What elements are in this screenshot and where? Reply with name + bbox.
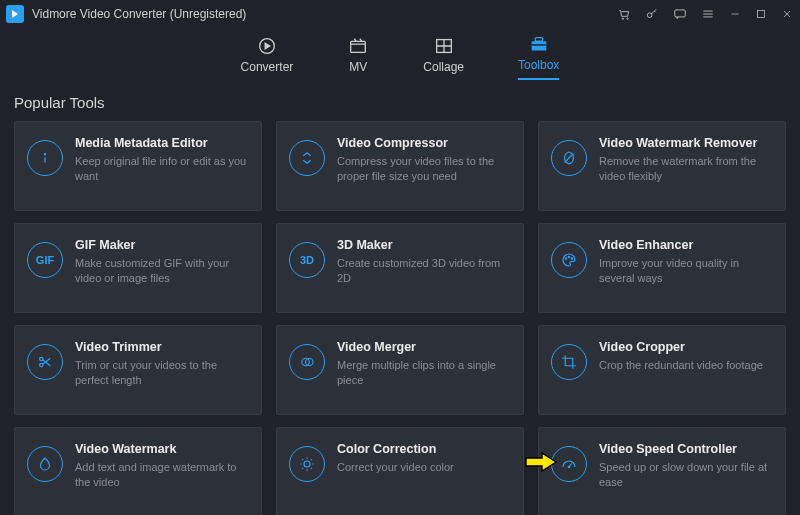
tool-title: Media Metadata Editor <box>75 136 249 150</box>
tab-converter[interactable]: Converter <box>241 35 294 80</box>
titlebar: Vidmore Video Converter (Unregistered) <box>0 0 800 28</box>
tool-desc: Improve your video quality in several wa… <box>599 256 773 286</box>
tab-label: Toolbox <box>518 58 559 72</box>
menu-icon[interactable] <box>700 6 716 22</box>
crop-icon <box>551 344 587 380</box>
gauge-icon <box>551 446 587 482</box>
tab-toolbox[interactable]: Toolbox <box>518 33 559 80</box>
tool-title: GIF Maker <box>75 238 249 252</box>
tool-title: Video Cropper <box>599 340 773 354</box>
tool-title: Color Correction <box>337 442 511 456</box>
gif-icon: GIF <box>27 242 63 278</box>
tool-title: Video Trimmer <box>75 340 249 354</box>
svg-rect-8 <box>531 41 546 50</box>
collage-icon <box>433 35 455 57</box>
tool-color-correction[interactable]: Color Correction Correct your video colo… <box>276 427 524 515</box>
title-controls <box>616 6 794 22</box>
tool-desc: Make customized GIF with your video or i… <box>75 256 249 286</box>
close-button[interactable] <box>780 7 794 21</box>
tab-collage[interactable]: Collage <box>423 35 464 80</box>
tool-video-compressor[interactable]: Video Compressor Compress your video fil… <box>276 121 524 211</box>
tool-title: Video Watermark Remover <box>599 136 773 150</box>
maximize-button[interactable] <box>754 7 768 21</box>
svg-point-1 <box>627 18 628 19</box>
tool-desc: Trim or cut your videos to the perfect l… <box>75 358 249 388</box>
svg-rect-6 <box>351 41 366 52</box>
svg-point-18 <box>304 461 310 467</box>
tool-desc: Correct your video color <box>337 460 511 475</box>
tab-label: Converter <box>241 60 294 74</box>
tool-video-watermark-remover[interactable]: Video Watermark Remover Remove the water… <box>538 121 786 211</box>
svg-rect-4 <box>758 11 765 18</box>
palette-icon <box>551 242 587 278</box>
svg-point-11 <box>565 258 567 260</box>
tool-video-speed-controller[interactable]: Video Speed Controller Speed up or slow … <box>538 427 786 515</box>
tool-title: Video Enhancer <box>599 238 773 252</box>
svg-point-19 <box>568 466 570 468</box>
tool-desc: Keep original file info or edit as you w… <box>75 154 249 184</box>
svg-point-0 <box>622 18 623 19</box>
tool-desc: Remove the watermark from the video flex… <box>599 154 773 184</box>
tool-media-metadata-editor[interactable]: Media Metadata Editor Keep original file… <box>14 121 262 211</box>
tool-title: Video Compressor <box>337 136 511 150</box>
tool-video-enhancer[interactable]: Video Enhancer Improve your video qualit… <box>538 223 786 313</box>
tool-title: Video Merger <box>337 340 511 354</box>
tab-mv[interactable]: MV <box>347 35 369 80</box>
info-icon <box>27 140 63 176</box>
tool-desc: Crop the redundant video footage <box>599 358 773 373</box>
tool-3d-maker[interactable]: 3D 3D Maker Create customized 3D video f… <box>276 223 524 313</box>
scissors-icon <box>27 344 63 380</box>
tool-title: Video Speed Controller <box>599 442 773 456</box>
app-logo <box>6 5 24 23</box>
tab-label: MV <box>349 60 367 74</box>
svg-point-13 <box>571 258 573 260</box>
tool-video-cropper[interactable]: Video Cropper Crop the redundant video f… <box>538 325 786 415</box>
svg-point-12 <box>568 256 570 258</box>
tool-title: Video Watermark <box>75 442 249 456</box>
tool-video-watermark[interactable]: Video Watermark Add text and image water… <box>14 427 262 515</box>
svg-point-10 <box>44 154 45 155</box>
mv-icon <box>347 35 369 57</box>
app-title: Vidmore Video Converter (Unregistered) <box>32 7 246 21</box>
sun-icon <box>289 446 325 482</box>
merge-icon <box>289 344 325 380</box>
three-d-icon: 3D <box>289 242 325 278</box>
watermark-remove-icon <box>551 140 587 176</box>
tools-grid: Media Metadata Editor Keep original file… <box>0 121 800 515</box>
feedback-icon[interactable] <box>672 6 688 22</box>
main-tabs: Converter MV Collage Toolbox <box>0 28 800 84</box>
svg-point-2 <box>647 13 652 18</box>
droplet-icon <box>27 446 63 482</box>
tool-desc: Compress your video files to the proper … <box>337 154 511 184</box>
svg-rect-9 <box>535 38 542 42</box>
tool-desc: Add text and image watermark to the vide… <box>75 460 249 490</box>
section-heading: Popular Tools <box>14 94 786 111</box>
tool-gif-maker[interactable]: GIF GIF Maker Make customized GIF with y… <box>14 223 262 313</box>
toolbox-icon <box>528 33 550 55</box>
tool-desc: Create customized 3D video from 2D <box>337 256 511 286</box>
tool-title: 3D Maker <box>337 238 511 252</box>
key-icon[interactable] <box>644 6 660 22</box>
tab-label: Collage <box>423 60 464 74</box>
tool-video-trimmer[interactable]: Video Trimmer Trim or cut your videos to… <box>14 325 262 415</box>
compress-icon <box>289 140 325 176</box>
converter-icon <box>256 35 278 57</box>
tool-desc: Speed up or slow down your file at ease <box>599 460 773 490</box>
minimize-button[interactable] <box>728 7 742 21</box>
cart-icon[interactable] <box>616 6 632 22</box>
tool-desc: Merge multiple clips into a single piece <box>337 358 511 388</box>
tool-video-merger[interactable]: Video Merger Merge multiple clips into a… <box>276 325 524 415</box>
section-header: Popular Tools <box>0 84 800 121</box>
